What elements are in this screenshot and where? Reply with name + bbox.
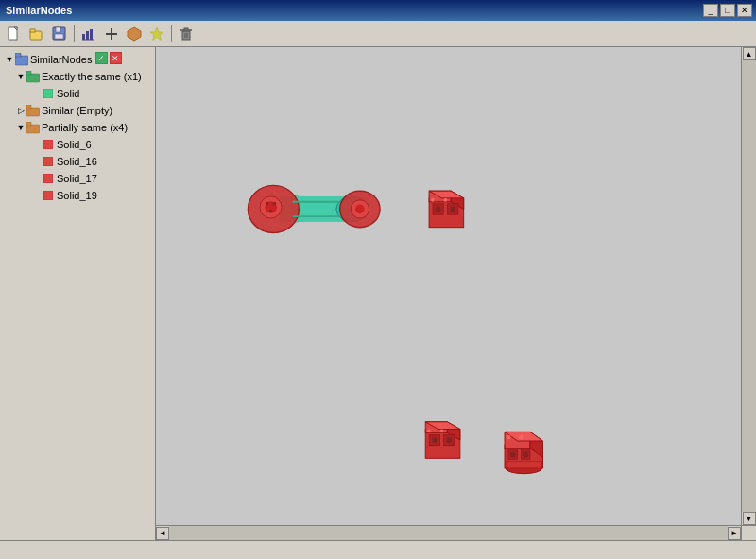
solid17-label: Solid_17 bbox=[57, 173, 97, 184]
expand-icon[interactable]: ▼ bbox=[4, 54, 15, 65]
separator-1 bbox=[74, 25, 75, 42]
solid-red-icon-16 bbox=[42, 155, 55, 168]
scroll-up-button[interactable]: ▲ bbox=[743, 47, 756, 60]
svg-point-67 bbox=[432, 437, 438, 443]
svg-point-81 bbox=[506, 435, 510, 440]
svg-rect-36 bbox=[43, 191, 53, 200]
solid-red-icon-17 bbox=[42, 172, 55, 185]
svg-rect-28 bbox=[43, 89, 53, 98]
svg-rect-15 bbox=[182, 31, 190, 40]
expand-partially-icon[interactable]: ▼ bbox=[15, 122, 26, 133]
root-icon bbox=[15, 53, 28, 66]
svg-rect-31 bbox=[26, 125, 40, 133]
root-label: SimilarNodes bbox=[30, 54, 92, 65]
solid6-label: Solid_6 bbox=[57, 139, 92, 150]
svg-rect-26 bbox=[26, 74, 40, 82]
svg-rect-33 bbox=[43, 140, 53, 149]
solid-green-icon bbox=[42, 87, 55, 100]
svg-rect-76 bbox=[506, 461, 542, 468]
svg-rect-7 bbox=[82, 34, 85, 40]
new-button[interactable] bbox=[4, 24, 25, 44]
save-button[interactable] bbox=[49, 24, 70, 44]
tree-solid6[interactable]: ▷ Solid_6 bbox=[2, 136, 153, 153]
folder-orange2-icon bbox=[26, 121, 40, 134]
scroll-down-button[interactable]: ▼ bbox=[743, 512, 756, 525]
partially-same-label: Partially same (x4) bbox=[42, 122, 128, 133]
horizontal-scrollbar[interactable]: ◄ ► bbox=[156, 525, 741, 540]
scroll-right-button[interactable]: ► bbox=[728, 527, 741, 540]
scroll-corner bbox=[741, 525, 756, 540]
status-bar bbox=[0, 540, 756, 559]
delete-button[interactable] bbox=[176, 24, 197, 44]
separator-2 bbox=[171, 25, 172, 42]
svg-text:✕: ✕ bbox=[112, 54, 119, 63]
svg-point-58 bbox=[450, 207, 455, 212]
svg-rect-32 bbox=[26, 122, 31, 126]
solid16-label: Solid_16 bbox=[57, 156, 97, 167]
svg-point-57 bbox=[436, 207, 441, 212]
3d-object-3 bbox=[425, 422, 460, 459]
chart-button[interactable] bbox=[78, 24, 99, 44]
scroll-htrack bbox=[169, 526, 728, 540]
3d-object-1 bbox=[248, 185, 380, 232]
close-button[interactable]: ✕ bbox=[737, 4, 752, 17]
svg-point-43 bbox=[266, 202, 269, 206]
scroll-left-button[interactable]: ◄ bbox=[156, 527, 169, 540]
svg-rect-35 bbox=[43, 174, 53, 183]
tree-exactly-same[interactable]: ▼ Exactly the same (x1) bbox=[2, 68, 153, 85]
svg-rect-6 bbox=[55, 34, 63, 39]
svg-point-48 bbox=[355, 205, 365, 214]
svg-point-79 bbox=[510, 452, 516, 458]
tree-solid[interactable]: ▷ Solid bbox=[2, 85, 153, 102]
svg-rect-9 bbox=[90, 29, 93, 40]
maximize-button[interactable]: □ bbox=[720, 4, 735, 17]
add-button[interactable] bbox=[101, 24, 122, 44]
svg-rect-17 bbox=[184, 28, 188, 30]
open-button[interactable] bbox=[26, 24, 47, 44]
solid-label: Solid bbox=[57, 88, 79, 99]
svg-rect-30 bbox=[26, 105, 31, 109]
tree-solid19[interactable]: ▷ Solid_19 bbox=[2, 187, 153, 204]
scroll-track bbox=[742, 60, 756, 512]
similar-label: Similar (Empty) bbox=[42, 105, 112, 116]
tree-panel[interactable]: ▼ SimilarNodes ✓ ✕ ▼ Exactly the same (x… bbox=[0, 47, 156, 540]
svg-point-80 bbox=[523, 452, 528, 458]
exactly-same-label: Exactly the same (x1) bbox=[42, 71, 142, 82]
svg-rect-5 bbox=[56, 27, 60, 32]
tree-root[interactable]: ▼ SimilarNodes ✓ ✕ bbox=[2, 51, 153, 68]
svg-rect-29 bbox=[26, 108, 40, 116]
3d-object-4 bbox=[505, 432, 542, 473]
object-button[interactable] bbox=[124, 24, 145, 44]
3d-object-2 bbox=[429, 191, 464, 228]
viewport[interactable]: ▲ ▼ ◄ ► bbox=[156, 47, 756, 540]
svg-marker-13 bbox=[128, 27, 141, 41]
tree-partially-same[interactable]: ▼ Partially same (x4) bbox=[2, 119, 153, 136]
solid-red-icon-6 bbox=[42, 138, 55, 151]
folder-green-icon bbox=[26, 70, 40, 83]
minimize-button[interactable]: _ bbox=[703, 4, 718, 17]
expand-exactly-icon[interactable]: ▼ bbox=[15, 71, 26, 82]
svg-rect-20 bbox=[15, 56, 28, 65]
svg-point-45 bbox=[269, 209, 273, 212]
svg-text:✓: ✓ bbox=[97, 54, 105, 63]
svg-point-82 bbox=[519, 435, 524, 440]
solid19-label: Solid_19 bbox=[57, 190, 97, 201]
viewport-svg bbox=[156, 47, 756, 540]
expand-similar-icon[interactable]: ▷ bbox=[15, 105, 26, 116]
svg-rect-8 bbox=[86, 31, 89, 40]
main-area: ▼ SimilarNodes ✓ ✕ ▼ Exactly the same (x… bbox=[0, 47, 756, 540]
vertical-scrollbar[interactable]: ▲ ▼ bbox=[741, 47, 756, 525]
star-button[interactable] bbox=[146, 24, 167, 44]
svg-point-44 bbox=[272, 202, 276, 206]
solid-red-icon-19 bbox=[42, 189, 55, 202]
svg-point-60 bbox=[443, 198, 447, 202]
svg-rect-21 bbox=[15, 53, 21, 57]
tree-solid16[interactable]: ▷ Solid_16 bbox=[2, 153, 153, 170]
tree-solid17[interactable]: ▷ Solid_17 bbox=[2, 170, 153, 187]
svg-marker-14 bbox=[150, 27, 163, 41]
svg-point-69 bbox=[427, 430, 431, 433]
svg-rect-34 bbox=[43, 157, 53, 166]
svg-point-70 bbox=[440, 430, 444, 433]
tree-similar[interactable]: ▷ Similar (Empty) bbox=[2, 102, 153, 119]
root-x-badge: ✕ bbox=[110, 52, 122, 67]
